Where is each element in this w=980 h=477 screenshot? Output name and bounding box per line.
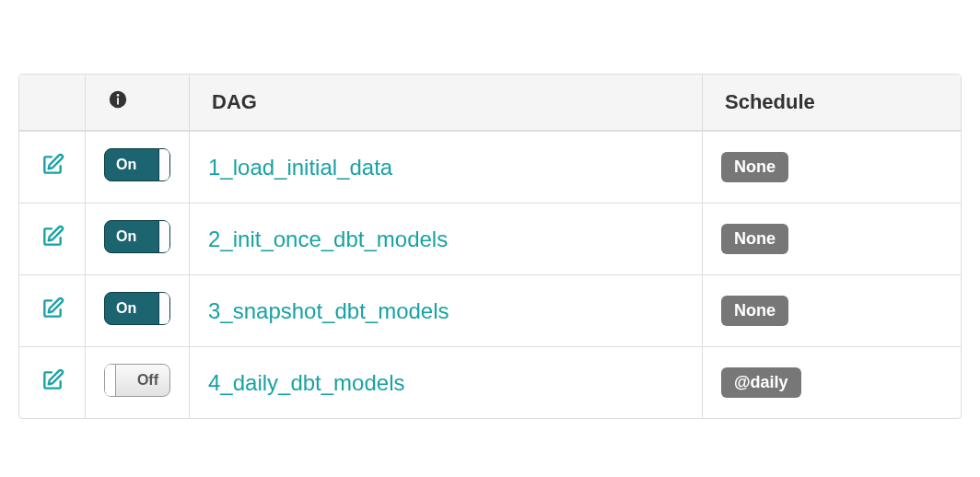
toggle-handle [158,221,169,252]
dag-link[interactable]: 4_daily_dbt_models [208,370,404,395]
dag-row: On 2_init_once_dbt_models None [19,204,961,275]
header-info [86,75,190,132]
header-schedule: Schedule [703,75,961,132]
header-edit [19,75,86,132]
dag-row: Off 4_daily_dbt_models @daily [19,347,961,418]
dag-toggle[interactable]: On [104,148,170,181]
schedule-badge[interactable]: None [721,224,788,254]
edit-button[interactable] [41,297,64,320]
toggle-handle [158,149,169,180]
pencil-icon [44,372,60,388]
dag-row: On 3_snapshot_dbt_models None [19,275,961,347]
edit-button[interactable] [41,368,64,392]
toggle-label: On [116,300,136,317]
edit-button[interactable] [41,153,64,177]
dag-toggle[interactable]: On [104,292,170,325]
svg-point-2 [117,94,120,97]
dag-link[interactable]: 3_snapshot_dbt_models [208,298,449,323]
dag-table: DAG Schedule On 1_load_initial_data None [18,74,962,419]
schedule-badge[interactable]: @daily [721,367,801,398]
pencil-icon [44,157,60,172]
toggle-label: On [116,228,136,245]
toggle-label: On [116,157,136,173]
schedule-badge[interactable]: None [721,152,788,182]
dag-toggle[interactable]: Off [104,364,170,397]
edit-button[interactable] [41,225,64,249]
toggle-handle [105,365,116,396]
pencil-icon [44,300,60,316]
dag-link[interactable]: 2_init_once_dbt_models [208,227,448,251]
toggle-label: Off [137,372,158,389]
dag-toggle[interactable]: On [104,220,170,253]
dag-link[interactable]: 1_load_initial_data [208,155,392,180]
dag-row: On 1_load_initial_data None [19,132,961,204]
svg-rect-1 [117,98,119,104]
info-icon [108,89,128,115]
toggle-handle [158,293,169,324]
schedule-badge[interactable]: None [721,296,788,326]
header-dag: DAG [190,75,703,132]
pencil-icon [44,228,60,244]
table-header-row: DAG Schedule [19,75,961,132]
